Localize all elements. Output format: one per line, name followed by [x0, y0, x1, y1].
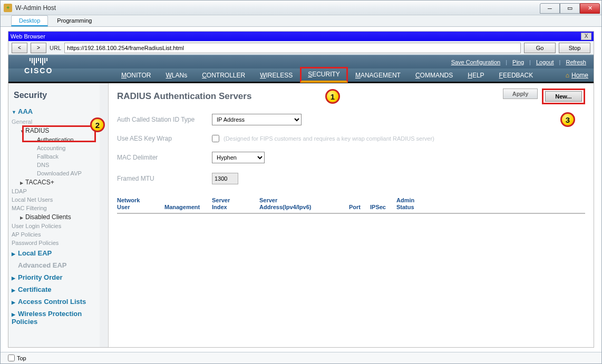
label-mtu: Framed MTU — [117, 175, 212, 182]
label-top: Top — [17, 355, 26, 361]
sidebar-appolicies[interactable]: AP Policies — [12, 230, 108, 239]
sidebar-localnetusers[interactable]: Local Net Users — [12, 195, 108, 204]
url-input[interactable] — [64, 43, 521, 53]
row-mac: MAC Delimiter Hyphen — [117, 152, 585, 163]
callout-1: 1 — [325, 89, 340, 104]
sidebar-advancedeap[interactable]: Advanced EAP — [12, 259, 108, 271]
label-aes: Use AES Key Wrap — [117, 135, 212, 142]
sidebar-pwpolicies[interactable]: Password Policies — [12, 239, 108, 247]
browser-close-button[interactable]: X — [581, 33, 591, 40]
tab-programming[interactable]: Programming — [49, 15, 100, 26]
window-title: ✦ W-Admin Host — [4, 4, 56, 12]
sidebar-localeap[interactable]: ▶Local EAP — [12, 247, 108, 259]
cisco-logo: CISCO — [24, 58, 53, 75]
checkbox-top[interactable] — [8, 355, 15, 361]
highlight-box-2 — [22, 125, 96, 142]
nav-security[interactable]: SECURITY — [300, 67, 348, 83]
col-admin-status: AdminStatus — [396, 197, 428, 211]
col-port: Port — [349, 197, 370, 211]
nav-home[interactable]: ⌂Home — [566, 72, 588, 79]
new-button[interactable]: New... — [545, 91, 582, 102]
url-label: URL — [50, 45, 61, 51]
row-station-id: Auth Called Station ID Type IP Address — [117, 114, 585, 125]
select-mac[interactable]: Hyphen — [212, 152, 265, 163]
nav-monitor[interactable]: MONITOR — [114, 68, 158, 82]
content-header: RADIUS Authentication Servers Apply New.… — [117, 88, 585, 104]
row-mtu: Framed MTU — [117, 173, 585, 184]
label-station-id: Auth Called Station ID Type — [117, 116, 212, 123]
window-title-text: W-Admin Host — [15, 4, 56, 12]
close-button[interactable]: ✕ — [580, 3, 600, 14]
sidebar-acl[interactable]: ▶Access Control Lists — [12, 296, 108, 308]
sidebar-radius-acct[interactable]: Accounting — [12, 144, 108, 152]
page-title: RADIUS Authentication Servers — [117, 91, 251, 102]
nav-controller[interactable]: CONTROLLER — [195, 68, 253, 82]
label-mac: MAC Delimiter — [117, 154, 212, 161]
callout-2: 2 — [90, 117, 105, 132]
nav-commands[interactable]: COMMANDS — [408, 68, 460, 82]
highlight-box-3: New... — [542, 88, 585, 104]
table-header: NetworkUser Management ServerIndex Serve… — [117, 197, 585, 214]
input-mtu[interactable] — [212, 173, 238, 184]
browser-subwindow: Web Browser X < > URL Go Stop Save Confi… — [8, 31, 594, 348]
col-network-user: NetworkUser — [117, 197, 164, 211]
tab-desktop[interactable]: Desktop — [11, 15, 48, 26]
col-server-address: ServerAddress(Ipv4/Ipv6) — [259, 197, 349, 211]
maximize-button[interactable]: ▭ — [560, 3, 580, 14]
nav-wlans[interactable]: WLANs — [158, 68, 195, 82]
nav-feedback[interactable]: FEEDBACK — [492, 68, 541, 82]
nav-management[interactable]: MANAGEMENT — [348, 68, 408, 82]
sidebar-userlogin[interactable]: User Login Policies — [12, 222, 108, 230]
forward-button[interactable]: > — [31, 43, 46, 53]
app-window: ✦ W-Admin Host ─ ▭ ✕ Desktop Programming… — [0, 0, 602, 364]
nav-wireless[interactable]: WIRELESS — [253, 68, 300, 82]
sidebar-disabled[interactable]: ▶Disabled Clients — [12, 212, 108, 222]
sidebar-priority[interactable]: ▶Priority Order — [12, 271, 108, 283]
col-server-index: ServerIndex — [212, 197, 259, 211]
col-ipsec: IPSec — [370, 197, 396, 211]
cisco-logo-text: CISCO — [24, 66, 53, 75]
title-bar: ✦ W-Admin Host ─ ▭ ✕ — [1, 1, 601, 15]
action-buttons: Apply New... — [503, 88, 585, 104]
sidebar-tacacs[interactable]: ▶TACACS+ — [12, 178, 108, 187]
back-button[interactable]: < — [12, 43, 27, 53]
sidebar-radius-dns[interactable]: DNS — [12, 161, 108, 169]
callout-3: 3 — [560, 112, 575, 127]
sidebar-radius-dlavp[interactable]: Downloaded AVP — [12, 169, 108, 178]
nav-help[interactable]: HELP — [460, 68, 491, 82]
minimize-button[interactable]: ─ — [540, 3, 560, 14]
sidebar-radius-fallback[interactable]: Fallback — [12, 152, 108, 161]
logout-link[interactable]: Logout — [536, 59, 554, 65]
main-nav: CISCO MONITOR WLANs CONTROLLER WIRELESS … — [8, 68, 594, 83]
row-aes: Use AES Key Wrap (Designed for FIPS cust… — [117, 135, 585, 142]
stop-button[interactable]: Stop — [559, 43, 590, 53]
ping-link[interactable]: Ping — [512, 59, 524, 65]
home-icon: ⌂ — [566, 72, 569, 79]
go-button[interactable]: Go — [524, 43, 556, 53]
cisco-app: Save Configuration | Ping | Logout | Ref… — [8, 55, 594, 347]
refresh-link[interactable]: Refresh — [566, 59, 586, 65]
note-aes: (Designed for FIPS customers and require… — [224, 135, 434, 142]
sidebar-ldap[interactable]: LDAP — [12, 187, 108, 195]
sidebar-title: Security — [12, 86, 108, 105]
sidebar-aaa[interactable]: ▼AAA — [12, 105, 108, 117]
checkbox-aes[interactable] — [212, 135, 219, 142]
footer: Top — [1, 352, 601, 363]
apply-button[interactable]: Apply — [503, 88, 538, 99]
sidebar-macfilter[interactable]: MAC Filtering — [12, 204, 108, 212]
window-buttons: ─ ▭ ✕ — [540, 2, 601, 14]
select-station-id[interactable]: IP Address — [212, 114, 302, 125]
content-area: RADIUS Authentication Servers Apply New.… — [109, 83, 594, 347]
save-config-link[interactable]: Save Configuration — [451, 59, 501, 65]
app-tab-bar: Desktop Programming — [1, 15, 601, 27]
browser-title-text: Web Browser — [11, 33, 45, 40]
address-bar: < > URL Go Stop — [8, 41, 594, 55]
browser-titlebar: Web Browser X — [8, 32, 594, 41]
sidebar-wpp[interactable]: ▶Wireless Protection Policies — [12, 308, 108, 328]
app-icon: ✦ — [4, 4, 12, 12]
sidebar-certificate[interactable]: ▶Certificate — [12, 283, 108, 296]
col-management: Management — [164, 197, 212, 211]
